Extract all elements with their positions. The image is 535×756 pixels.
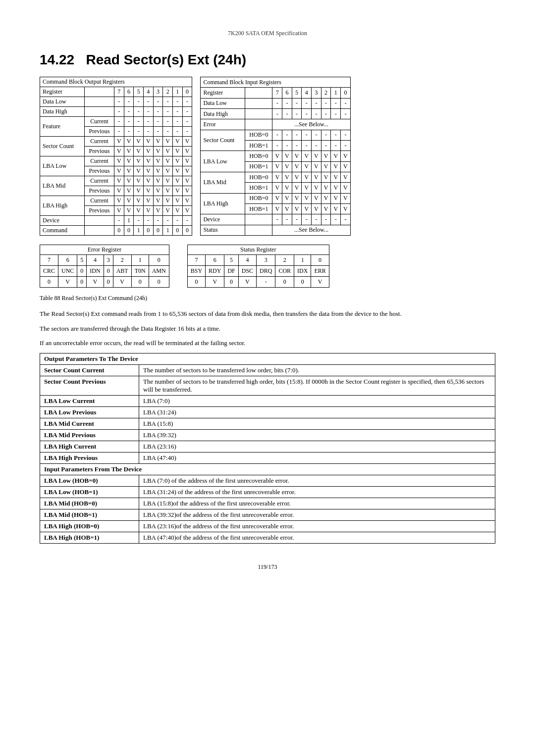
table-row: Data High --------	[40, 107, 192, 117]
status-register-title: Status Register	[187, 245, 329, 255]
input-params-header: Input Parameters From The Device	[40, 463, 495, 475]
in-col-register: Register	[201, 88, 245, 98]
cmd-input-table: Command Block Input Registers Register 7…	[200, 77, 350, 236]
table-row: LBA High Previous LBA (47:40)	[40, 452, 495, 463]
error-register-title: Error Register	[40, 245, 169, 255]
section-name: Read Sector(s) Ext (24h)	[86, 52, 246, 67]
in-col-hob	[245, 88, 272, 98]
out-col-sub	[85, 87, 114, 97]
table-row: LBA Low Current LBA (7:0)	[40, 395, 495, 406]
page-number: 119/173	[258, 563, 277, 570]
table-caption: Table 88 Read Sector(s) Ext Command (24h…	[40, 295, 495, 302]
output-group-header: Command Block Output Registers	[40, 77, 192, 87]
body-para-1: The Read Sector(s) Ext command reads fro…	[40, 309, 495, 319]
table-row: Sector Count Current The number of secto…	[40, 364, 495, 376]
table-row: Sector CountHOB=0 --------	[201, 130, 350, 140]
table-row: Device -1------	[40, 216, 192, 226]
params-table: Output Parameters To The Device Sector C…	[40, 353, 495, 544]
table-row: LBA MidCurrent VVVVVVVV	[40, 176, 192, 186]
section-number: 14.22	[40, 52, 74, 67]
output-params-header: Output Parameters To The Device	[40, 353, 495, 364]
cmd-tables-wrapper: Command Block Output Registers Register …	[40, 77, 495, 236]
table-row: LBA Low (HOB=1) LBA (31:24) of the addre…	[40, 486, 495, 498]
table-row: LBA HighHOB=0 VVVVVVVV	[201, 193, 350, 203]
reg-spacer	[173, 245, 183, 288]
input-group-header: Command Block Input Registers	[201, 77, 350, 88]
table-row: LBA HighCurrent VVVVVVVV	[40, 196, 192, 206]
table-row: Data Low --------	[201, 98, 350, 108]
page-footer: 119/173	[40, 563, 495, 571]
table-row: Sector CountCurrent VVVVVVVV	[40, 137, 192, 147]
table-row: LBA High (HOB=0) LBA (23:16)of the addre…	[40, 520, 495, 532]
table-row: LBA Low (HOB=0) LBA (7:0) of the address…	[40, 475, 495, 486]
body-para-3: If an uncorrectable error occurs, the re…	[40, 338, 495, 348]
table-row: Data High --------	[201, 108, 350, 119]
table-row: LBA LowCurrent VVVVVVVV	[40, 156, 192, 166]
table-row: Error ...See Below...	[201, 119, 350, 130]
body-para-2: The sectors are transferred through the …	[40, 324, 495, 334]
table-row: LBA Mid (HOB=1) LBA (39:32)of the addres…	[40, 509, 495, 520]
table-row: LBA Mid (HOB=0) LBA (15:8)of the address…	[40, 498, 495, 509]
table-row: LBA Low Previous LBA (31:24)	[40, 406, 495, 418]
input-params-label: Input Parameters From The Device	[40, 463, 495, 475]
table-row: LBA Mid Current LBA (15:8)	[40, 418, 495, 429]
table-row: LBA High (HOB=1) LBA (47:40)of the addre…	[40, 532, 495, 543]
error-register-table: Error Register 7 6 5 4 3 2 1 0 CRC UNC 0…	[40, 245, 169, 288]
header-title: 7K200 SATA OEM Specification	[228, 30, 307, 37]
output-params-label: Output Parameters To The Device	[40, 353, 495, 364]
page-header: 7K200 SATA OEM Specification	[40, 30, 495, 37]
table-row: Status ...See Below...	[201, 225, 350, 235]
reg-tables-wrapper: Error Register 7 6 5 4 3 2 1 0 CRC UNC 0…	[40, 245, 495, 288]
table-row: FeatureCurrent --------	[40, 117, 192, 127]
status-register-table: Status Register 7 6 5 4 3 2 1 0 BSY RDY …	[187, 245, 329, 288]
table-row: Data Low --------	[40, 97, 192, 107]
table-row: LBA MidHOB=0 VVVVVVVV	[201, 172, 350, 182]
out-col-register: Register	[40, 87, 85, 97]
table-row: LBA Mid Previous LBA (39:32)	[40, 429, 495, 441]
section-title: 14.22 Read Sector(s) Ext (24h)	[40, 52, 495, 68]
cmd-output-table: Command Block Output Registers Register …	[40, 77, 192, 236]
table-row: Command 00100100	[40, 226, 192, 236]
table-row: Sector Count Previous The number of sect…	[40, 376, 495, 395]
table-row: LBA High Current LBA (23:16)	[40, 441, 495, 452]
table-row: LBA LowHOB=0 VVVVVVVV	[201, 151, 350, 161]
table-row: Device --------	[201, 214, 350, 225]
table-spacer	[192, 77, 200, 236]
